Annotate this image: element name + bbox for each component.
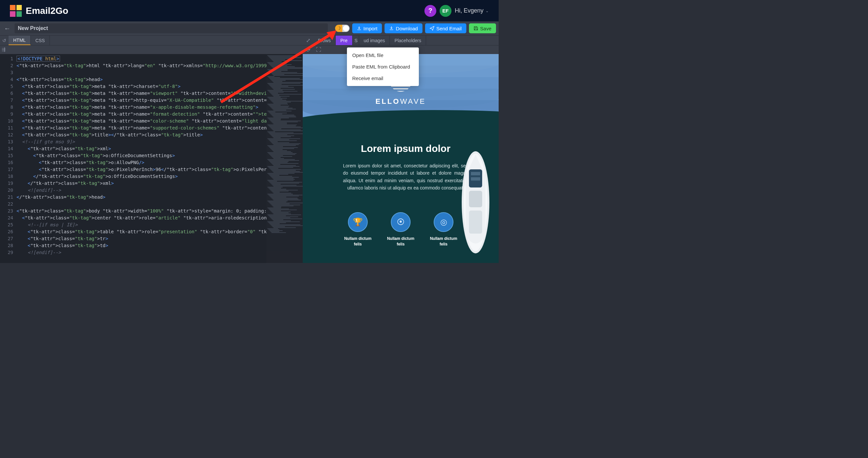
feature-2-label: Nullam dictum felis bbox=[386, 236, 415, 247]
brand-name: Email2Go bbox=[26, 6, 68, 16]
line-gutter: 1234567891011121314151617181920212223242… bbox=[0, 54, 17, 263]
import-dropdown: Open EML file Paste EML from Clipboard R… bbox=[347, 47, 419, 86]
feature-2: ⦿ Nullam dictum felis bbox=[386, 212, 415, 247]
tab-structure[interactable]: S bbox=[352, 36, 359, 45]
code-editor[interactable]: 1234567891011121314151617181920212223242… bbox=[0, 54, 303, 263]
back-button[interactable]: ← bbox=[3, 24, 12, 33]
brand-logo[interactable]: Email2Go bbox=[10, 5, 68, 17]
menu-paste-eml[interactable]: Paste EML from Clipboard bbox=[347, 61, 419, 72]
preview-subtoolbar: ⇶ ⟳ ⛶ bbox=[0, 45, 499, 54]
network-icon: ⦿ bbox=[391, 212, 411, 232]
help-button[interactable]: ? bbox=[425, 5, 436, 17]
greeting-text: Hi, Evgeny bbox=[455, 7, 484, 14]
tab-cloud-images[interactable]: ud images bbox=[359, 36, 390, 45]
user-avatar[interactable]: EF bbox=[440, 5, 452, 17]
tab-placeholders[interactable]: Placeholders bbox=[390, 36, 426, 45]
hero-title: Lorem ipsum dolor bbox=[342, 143, 469, 154]
send-label: Send Email bbox=[436, 26, 462, 31]
user-greeting[interactable]: Hi, Evgeny ⌄ bbox=[455, 7, 489, 14]
import-button[interactable]: Import bbox=[352, 23, 382, 33]
save-icon bbox=[473, 26, 478, 31]
main-split: 1234567891011121314151617181920212223242… bbox=[0, 54, 499, 263]
import-label: Import bbox=[364, 26, 378, 31]
target-icon: ◎ bbox=[434, 212, 454, 232]
brand-light: WAVE bbox=[400, 97, 426, 105]
feature-3-label: Nullam dictum felis bbox=[429, 236, 458, 247]
send-icon bbox=[430, 26, 434, 31]
trophy-icon: 🏆 bbox=[348, 212, 368, 232]
theme-toggle[interactable]: ☽ bbox=[335, 25, 349, 32]
project-toolbar: ← ☽ Import Download Send Email Save bbox=[0, 22, 499, 35]
svg-rect-4 bbox=[469, 210, 482, 234]
boat-illustration bbox=[459, 150, 492, 255]
app-header: Email2Go ? EF Hi, Evgeny ⌄ bbox=[0, 0, 499, 22]
chevron-down-icon: ⌄ bbox=[486, 8, 489, 13]
project-name-input[interactable] bbox=[14, 23, 328, 33]
svg-rect-6 bbox=[471, 177, 480, 181]
expand-icon[interactable]: ⤢ bbox=[303, 36, 313, 45]
minimap[interactable] bbox=[267, 54, 303, 263]
logo-icon bbox=[10, 5, 22, 17]
send-email-button[interactable]: Send Email bbox=[425, 23, 466, 33]
refresh-icon[interactable]: ⟳ bbox=[303, 45, 313, 54]
wrap-icon[interactable]: ⇶ bbox=[0, 45, 7, 54]
menu-receive-email[interactable]: Receive email bbox=[347, 72, 419, 84]
download-label: Download bbox=[396, 26, 418, 31]
tab-preview[interactable]: Pre bbox=[336, 36, 352, 45]
tabs-bar: ↺ HTML CSS ⤢ Brows Pre S ud images Place… bbox=[0, 35, 499, 45]
import-icon bbox=[357, 26, 362, 31]
download-button[interactable]: Download bbox=[384, 23, 423, 33]
feature-1: 🏆 Nullam dictum felis bbox=[343, 212, 373, 247]
fullscreen-icon[interactable]: ⛶ bbox=[313, 45, 324, 54]
brand-bold: ELLO bbox=[375, 97, 400, 105]
history-icon[interactable]: ↺ bbox=[0, 36, 8, 45]
code-content[interactable]: <!DOCTYPE html> <"tk-attr">class="tk-tag… bbox=[17, 54, 267, 263]
tab-html[interactable]: HTML bbox=[8, 36, 31, 45]
menu-open-eml[interactable]: Open EML file bbox=[347, 50, 419, 61]
moon-icon: ☽ bbox=[337, 26, 341, 31]
download-icon bbox=[389, 26, 394, 31]
feature-3: ◎ Nullam dictum felis bbox=[429, 212, 458, 247]
feature-1-label: Nullam dictum felis bbox=[343, 236, 373, 247]
save-label: Save bbox=[480, 26, 491, 31]
svg-rect-5 bbox=[471, 172, 480, 175]
tab-css[interactable]: CSS bbox=[31, 36, 50, 45]
svg-rect-3 bbox=[469, 191, 482, 207]
tab-browsers[interactable]: Brows bbox=[313, 36, 336, 45]
hero-body: Lorem ipsum dolor sit amet, consectetur … bbox=[343, 162, 468, 192]
save-button[interactable]: Save bbox=[469, 23, 496, 33]
